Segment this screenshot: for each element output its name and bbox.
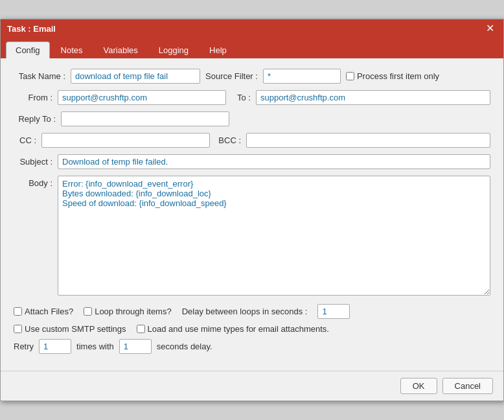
process-first-checkbox[interactable] <box>346 72 354 80</box>
tab-config[interactable]: Config <box>6 41 50 58</box>
footer: OK Cancel <box>1 371 503 401</box>
subject-row: Subject : <box>14 154 490 169</box>
process-first-item: Process first item only <box>346 71 439 81</box>
delay-input[interactable] <box>317 304 350 319</box>
body-textarea[interactable]: Error: {info_download_event_error} Bytes… <box>58 176 490 296</box>
use-smtp-item[interactable]: Use custom SMTP settings <box>14 324 126 334</box>
cc-label: CC : <box>14 135 36 145</box>
mime-types-label: Load and use mime types for email attach… <box>148 324 329 334</box>
use-smtp-label: Use custom SMTP settings <box>25 324 126 334</box>
to-input[interactable] <box>256 90 490 105</box>
content-area: Task Name : Source Filter : Process firs… <box>1 58 503 371</box>
cancel-button[interactable]: Cancel <box>442 378 493 394</box>
body-label: Body : <box>14 176 52 188</box>
retry-label: Retry <box>14 342 34 351</box>
task-name-input[interactable] <box>71 69 200 84</box>
from-input[interactable] <box>58 90 226 105</box>
loop-through-item[interactable]: Loop through items? <box>84 307 172 316</box>
window-title: Task : Email <box>7 24 56 34</box>
retry-input[interactable] <box>39 339 71 354</box>
attach-files-checkbox[interactable] <box>14 307 22 316</box>
process-first-label: Process first item only <box>357 71 439 81</box>
tab-help[interactable]: Help <box>200 41 236 58</box>
loop-through-label: Loop through items? <box>95 307 172 316</box>
close-button[interactable]: ✕ <box>483 23 497 34</box>
reply-to-label: Reply To : <box>14 114 56 124</box>
ok-button[interactable]: OK <box>400 378 437 394</box>
bcc-label: BCC : <box>215 135 241 145</box>
times-with-input[interactable] <box>119 339 152 354</box>
subject-input[interactable] <box>58 154 490 169</box>
retry-row: Retry times with seconds delay. <box>14 339 490 354</box>
use-smtp-checkbox[interactable] <box>14 325 22 333</box>
dialog: Task : Email ✕ Config Notes Variables Lo… <box>0 19 504 401</box>
checkbox-row-1: Attach Files? Loop through items? Delay … <box>14 304 490 319</box>
to-label: To : <box>231 93 251 102</box>
delay-label: Delay between loops in seconds : <box>182 307 308 316</box>
mime-types-checkbox[interactable] <box>137 325 145 333</box>
title-bar: Task : Email ✕ <box>1 19 503 38</box>
attach-files-label: Attach Files? <box>25 307 73 316</box>
reply-to-input[interactable] <box>61 111 229 126</box>
body-container: Error: {info_download_event_error} Bytes… <box>58 176 490 298</box>
task-name-row: Task Name : Source Filter : Process firs… <box>14 69 490 84</box>
from-to-row: From : To : <box>14 90 490 105</box>
task-name-label: Task Name : <box>14 71 65 81</box>
cc-bcc-row: CC : BCC : <box>14 133 490 148</box>
reply-to-row: Reply To : <box>14 111 490 126</box>
bcc-input[interactable] <box>246 133 490 148</box>
tab-bar: Config Notes Variables Logging Help <box>1 38 503 58</box>
checkbox-row-2: Use custom SMTP settings Load and use mi… <box>14 324 490 334</box>
source-filter-label: Source Filter : <box>205 71 258 81</box>
from-label: From : <box>14 93 52 102</box>
seconds-delay-label: seconds delay. <box>157 342 212 351</box>
source-filter-input[interactable] <box>263 69 341 84</box>
attach-files-item[interactable]: Attach Files? <box>14 307 73 316</box>
body-row: Body : Error: {info_download_event_error… <box>14 176 490 298</box>
tab-variables[interactable]: Variables <box>94 41 148 58</box>
tab-notes[interactable]: Notes <box>51 41 93 58</box>
times-with-label: times with <box>76 342 114 351</box>
subject-label: Subject : <box>14 157 52 167</box>
mime-types-item[interactable]: Load and use mime types for email attach… <box>137 324 329 334</box>
tab-logging[interactable]: Logging <box>149 41 198 58</box>
loop-through-checkbox[interactable] <box>84 307 92 316</box>
cc-input[interactable] <box>41 133 210 148</box>
